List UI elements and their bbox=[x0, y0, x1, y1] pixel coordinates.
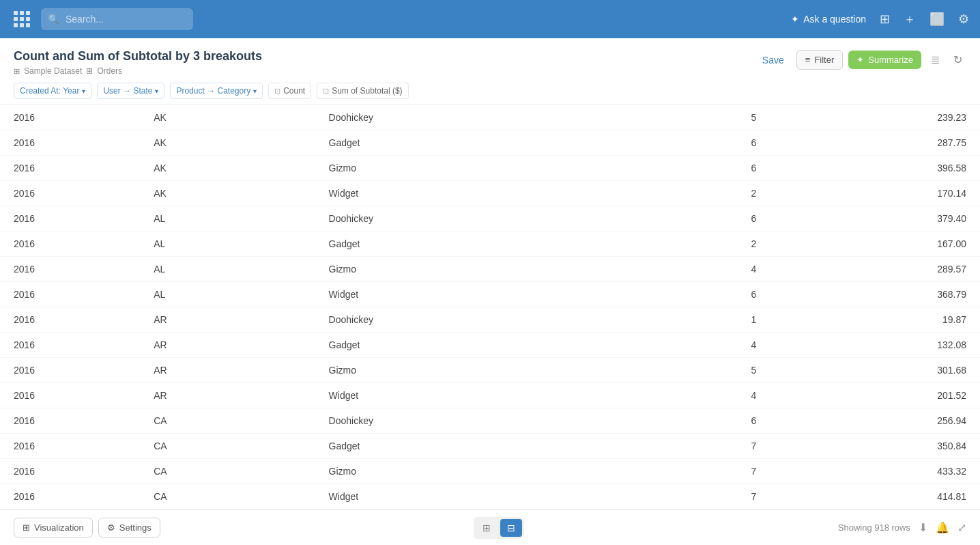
alert-button[interactable]: 🔔 bbox=[936, 521, 949, 534]
cell-state: AR bbox=[140, 358, 315, 383]
cell-year: 2016 bbox=[0, 181, 140, 206]
page-header-right: Save ≡ Filter ✦ Summarize ≣ ↻ bbox=[755, 49, 966, 70]
summarize-plus-icon: ✦ bbox=[856, 55, 864, 65]
cell-year: 2016 bbox=[0, 130, 140, 156]
cell-state: AL bbox=[140, 206, 315, 232]
bookmark-icon[interactable]: ⬜ bbox=[929, 12, 945, 27]
nav-right: ✦ Ask a question ⊞ ＋ ⬜ ⚙ bbox=[791, 11, 969, 27]
cell-subtotal: 256.94 bbox=[770, 408, 980, 434]
content-area: Count and Sum of Subtotal by 3 breakouts… bbox=[0, 38, 980, 509]
fullscreen-button[interactable]: ⤢ bbox=[957, 521, 966, 534]
app-logo[interactable] bbox=[11, 8, 33, 30]
ask-question-label: Ask a question bbox=[803, 14, 866, 25]
cell-subtotal: 19.87 bbox=[770, 307, 980, 333]
cell-category: Widget bbox=[315, 383, 631, 408]
table-row[interactable]: 2016 CA Doohickey 6 256.94 bbox=[0, 408, 980, 434]
table-row[interactable]: 2016 AK Gadget 6 287.75 bbox=[0, 130, 980, 156]
cell-state: AK bbox=[140, 105, 315, 130]
table-row[interactable]: 2016 AL Gizmo 4 289.57 bbox=[0, 257, 980, 282]
table-row[interactable]: 2016 AR Gizmo 5 301.68 bbox=[0, 358, 980, 383]
chart-icon: ⊞ bbox=[23, 522, 30, 533]
cell-subtotal: 379.40 bbox=[770, 206, 980, 232]
table-row[interactable]: 2016 AL Widget 6 368.79 bbox=[0, 282, 980, 307]
grid-view-button[interactable]: ⊟ bbox=[500, 519, 522, 537]
table-row[interactable]: 2016 AK Gizmo 6 396.58 bbox=[0, 156, 980, 181]
table-row[interactable]: 2016 AK Widget 2 170.14 bbox=[0, 181, 980, 206]
cell-year: 2016 bbox=[0, 282, 140, 307]
cell-state: AL bbox=[140, 232, 315, 257]
summarize-label: Summarize bbox=[868, 55, 913, 65]
settings-button[interactable]: ⚙ Settings bbox=[98, 518, 160, 537]
table-row[interactable]: 2016 AK Doohickey 5 239.23 bbox=[0, 105, 980, 130]
table-container[interactable]: 2016 AK Doohickey 5 239.23 2016 AK Gadge… bbox=[0, 105, 980, 509]
cell-subtotal: 396.58 bbox=[770, 156, 980, 181]
cell-category: Widget bbox=[315, 181, 631, 206]
grid-icon[interactable]: ⊞ bbox=[880, 12, 890, 27]
table-row[interactable]: 2016 CA Widget 7 414.81 bbox=[0, 484, 980, 509]
cell-count: 4 bbox=[630, 383, 770, 408]
sort-button[interactable]: ≣ bbox=[927, 49, 944, 70]
col-label-subtotal: Sum of Subtotal ($) bbox=[332, 86, 402, 96]
cell-category: Gadget bbox=[315, 232, 631, 257]
cell-category: Widget bbox=[315, 484, 631, 509]
view-toggle: ⊞ ⊟ bbox=[474, 517, 524, 539]
breadcrumb-dataset[interactable]: Sample Dataset bbox=[24, 66, 82, 76]
page-header-left: Count and Sum of Subtotal by 3 breakouts… bbox=[14, 49, 262, 76]
cell-year: 2016 bbox=[0, 257, 140, 282]
table-row[interactable]: 2016 AL Doohickey 6 379.40 bbox=[0, 206, 980, 232]
table-row[interactable]: 2016 AR Doohickey 1 19.87 bbox=[0, 307, 980, 333]
cell-year: 2016 bbox=[0, 434, 140, 459]
cell-category: Gadget bbox=[315, 333, 631, 358]
cell-count: 4 bbox=[630, 257, 770, 282]
col-pill-count[interactable]: ⊡ Count bbox=[268, 83, 311, 99]
filter-button[interactable]: ≡ Filter bbox=[796, 50, 843, 70]
bottom-left: ⊞ Visualization ⚙ Settings bbox=[14, 518, 160, 537]
col-filter-icon: ⊡ bbox=[274, 87, 280, 96]
breadcrumb-table[interactable]: Orders bbox=[97, 66, 122, 76]
col-label-user-state: User → State bbox=[103, 86, 152, 96]
refresh-button[interactable]: ↻ bbox=[949, 49, 966, 70]
table-view-button[interactable]: ⊞ bbox=[476, 519, 498, 537]
cell-subtotal: 239.23 bbox=[770, 105, 980, 130]
cell-count: 2 bbox=[630, 181, 770, 206]
cell-subtotal: 289.57 bbox=[770, 257, 980, 282]
col-pill-subtotal[interactable]: ⊡ Sum of Subtotal ($) bbox=[317, 83, 408, 99]
cell-subtotal: 167.00 bbox=[770, 232, 980, 257]
cell-count: 6 bbox=[630, 130, 770, 156]
col-pill-created-at-year[interactable]: Created At: Year ▾ bbox=[14, 83, 91, 99]
col-pill-user-state[interactable]: User → State ▾ bbox=[97, 83, 164, 99]
cell-category: Doohickey bbox=[315, 408, 631, 434]
summarize-button[interactable]: ✦ Summarize bbox=[848, 51, 921, 69]
cell-count: 5 bbox=[630, 105, 770, 130]
cell-category: Gizmo bbox=[315, 358, 631, 383]
cell-count: 2 bbox=[630, 232, 770, 257]
cell-count: 6 bbox=[630, 282, 770, 307]
table-row[interactable]: 2016 CA Gizmo 7 433.32 bbox=[0, 459, 980, 484]
cell-year: 2016 bbox=[0, 333, 140, 358]
gear-icon[interactable]: ⚙ bbox=[958, 12, 969, 27]
ask-question-button[interactable]: ✦ Ask a question bbox=[791, 14, 866, 25]
table-row[interactable]: 2016 CA Gadget 7 350.84 bbox=[0, 434, 980, 459]
col-filter-icon-2: ⊡ bbox=[323, 87, 329, 96]
cell-state: AL bbox=[140, 282, 315, 307]
visualization-button[interactable]: ⊞ Visualization bbox=[14, 518, 93, 537]
table-row[interactable]: 2016 AR Widget 4 201.52 bbox=[0, 383, 980, 408]
cell-count: 7 bbox=[630, 434, 770, 459]
cell-subtotal: 301.68 bbox=[770, 358, 980, 383]
search-input[interactable] bbox=[41, 8, 193, 30]
add-icon[interactable]: ＋ bbox=[904, 11, 916, 27]
settings-label: Settings bbox=[119, 522, 152, 533]
save-button[interactable]: Save bbox=[755, 51, 791, 70]
table-row[interactable]: 2016 AR Gadget 4 132.08 bbox=[0, 333, 980, 358]
cell-state: AR bbox=[140, 333, 315, 358]
cell-category: Doohickey bbox=[315, 105, 631, 130]
col-pill-product-category[interactable]: Product → Category ▾ bbox=[170, 83, 263, 99]
download-button[interactable]: ⬇ bbox=[919, 521, 927, 534]
table-row[interactable]: 2016 AL Gadget 2 167.00 bbox=[0, 232, 980, 257]
cell-year: 2016 bbox=[0, 408, 140, 434]
cell-state: AL bbox=[140, 257, 315, 282]
cell-count: 6 bbox=[630, 408, 770, 434]
cell-category: Gizmo bbox=[315, 156, 631, 181]
chevron-down-icon-2: ▾ bbox=[155, 87, 158, 95]
visualization-label: Visualization bbox=[34, 522, 84, 533]
